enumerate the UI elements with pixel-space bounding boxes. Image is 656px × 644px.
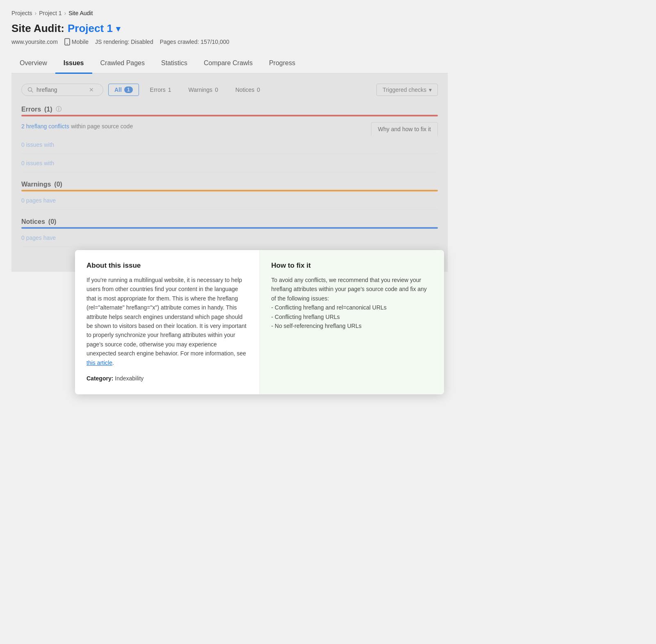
issue-link-1[interactable]: 0 issues with <box>21 141 54 148</box>
warnings-issue-row: 0 pages have <box>21 191 438 210</box>
tab-progress[interactable]: Progress <box>261 54 303 74</box>
triggered-checks-chevron-icon: ▾ <box>429 86 432 93</box>
filter-all-button[interactable]: All 1 <box>108 84 139 96</box>
notices-issue-link[interactable]: 0 pages have <box>21 234 56 241</box>
errors-count: (1) <box>44 106 52 113</box>
tooltip-right-title: How to fix it <box>271 262 433 270</box>
page-title: Site Audit: Project 1 ▾ <box>11 22 448 35</box>
tooltip-category: Category: Indexability <box>87 374 248 383</box>
breadcrumb-projects[interactable]: Projects <box>11 10 32 16</box>
filter-warnings-button[interactable]: Warnings 0 <box>182 84 224 96</box>
tooltip-popup: About this issue If you're running a mul… <box>75 250 444 394</box>
breadcrumb: Projects › Project 1 › Site Audit <box>11 10 448 16</box>
site-url: www.yoursite.com <box>11 39 58 45</box>
issue-row-0-issues-1: 0 issues with <box>21 136 438 154</box>
project-name[interactable]: Project 1 <box>68 22 113 35</box>
errors-section: Errors (1) ⓘ 2 hreflang conflicts within… <box>21 106 438 173</box>
tooltip-body-text-1: If you're running a multilingual website… <box>87 277 246 357</box>
filter-bar: ✕ All 1 Errors 1 Warnings 0 Notices 0 <box>21 84 438 96</box>
warnings-section: Warnings (0) 0 pages have <box>21 181 438 210</box>
issue-row-0-issues-2: 0 issues with <box>21 154 438 173</box>
breadcrumb-chevron-1: › <box>35 10 37 16</box>
search-input[interactable] <box>36 86 86 93</box>
tab-crawled-pages[interactable]: Crawled Pages <box>92 54 153 74</box>
search-box[interactable]: ✕ <box>21 84 103 96</box>
notices-header: Notices (0) <box>21 218 438 225</box>
tooltip-body-text-2: . <box>112 360 114 366</box>
tab-overview[interactable]: Overview <box>11 54 55 74</box>
device-indicator: Mobile <box>64 38 89 46</box>
pages-crawled: Pages crawled: 157/10,000 <box>160 39 230 45</box>
hreflang-conflicts-text: within page source code <box>71 123 133 130</box>
tab-issues[interactable]: Issues <box>55 54 92 74</box>
tab-compare-crawls[interactable]: Compare Crawls <box>196 54 261 74</box>
notices-title: Notices <box>21 218 45 225</box>
site-meta: www.yoursite.com Mobile JS rendering: Di… <box>11 38 448 46</box>
notices-issue-row: 0 pages have <box>21 229 438 247</box>
hreflang-conflicts-link[interactable]: 2 hreflang conflicts <box>21 123 69 130</box>
search-icon <box>27 87 33 93</box>
mobile-icon <box>64 38 70 46</box>
filter-notices-button[interactable]: Notices 0 <box>229 84 266 96</box>
tooltip-left-panel: About this issue If you're running a mul… <box>75 250 260 394</box>
errors-title: Errors <box>21 106 41 113</box>
project-dropdown-icon[interactable]: ▾ <box>116 24 120 34</box>
tooltip-left-title: About this issue <box>87 262 248 270</box>
breadcrumb-project1[interactable]: Project 1 <box>39 10 61 16</box>
main-content: ✕ All 1 Errors 1 Warnings 0 Notices 0 <box>11 74 448 272</box>
tab-statistics[interactable]: Statistics <box>153 54 196 74</box>
breadcrumb-current: Site Audit <box>68 10 93 16</box>
title-prefix: Site Audit: <box>11 22 64 35</box>
filter-errors-button[interactable]: Errors 1 <box>144 84 178 96</box>
triggered-checks-button[interactable]: Triggered checks ▾ <box>376 84 438 96</box>
warnings-count: (0) <box>54 181 62 188</box>
why-fix-tab[interactable]: Why and how to fix it <box>371 122 438 136</box>
svg-line-3 <box>32 91 33 93</box>
tooltip-left-body: If you're running a multilingual website… <box>87 275 248 383</box>
warnings-issue-link[interactable]: 0 pages have <box>21 197 56 204</box>
tooltip-article-link[interactable]: this article <box>87 360 112 366</box>
issue-link-2[interactable]: 0 issues with <box>21 160 54 166</box>
nav-tabs: Overview Issues Crawled Pages Statistics… <box>11 54 448 74</box>
js-rendering: JS rendering: Disabled <box>95 39 153 45</box>
warnings-title: Warnings <box>21 181 51 188</box>
breadcrumb-chevron-2: › <box>64 10 66 16</box>
issue-row-hreflang-conflicts: 2 hreflang conflicts within page source … <box>21 116 438 136</box>
all-count-badge: 1 <box>124 86 133 93</box>
notices-count: (0) <box>48 218 57 225</box>
search-clear-button[interactable]: ✕ <box>89 86 94 93</box>
errors-info-icon[interactable]: ⓘ <box>56 106 61 113</box>
svg-point-1 <box>67 43 68 44</box>
tooltip-right-body: To avoid any conflicts, we recommend tha… <box>271 275 433 330</box>
warnings-header: Warnings (0) <box>21 181 438 188</box>
errors-header: Errors (1) ⓘ <box>21 106 438 113</box>
tooltip-right-panel: How to fix it To avoid any conflicts, we… <box>260 250 444 394</box>
